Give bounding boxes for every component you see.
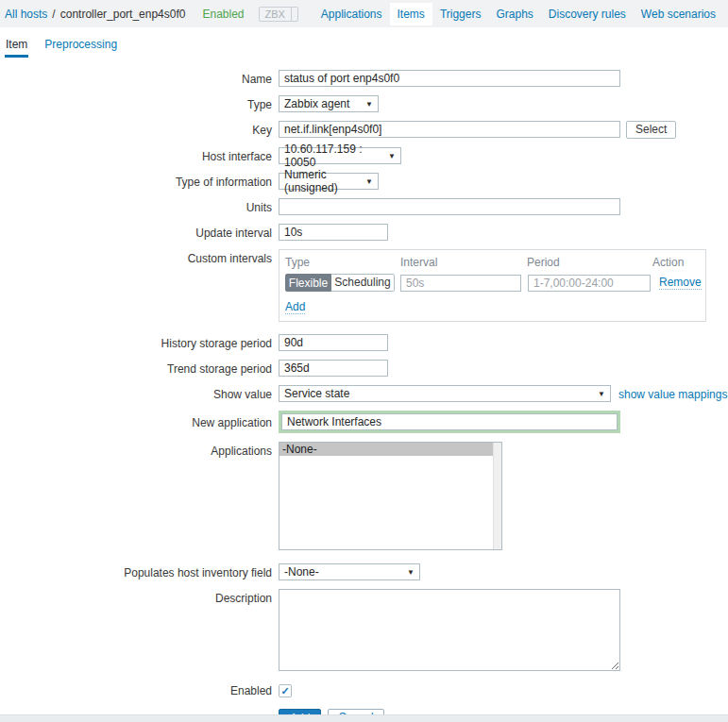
trend-input[interactable] [279, 360, 388, 377]
ci-col-type: Type [285, 256, 400, 269]
update-interval-label: Update interval [0, 224, 279, 240]
show-value-select-value: Service state [284, 387, 349, 400]
name-row: Name [0, 70, 728, 87]
breadcrumb-all-hosts-link[interactable]: All hosts [5, 8, 47, 21]
interval-type-segmented-control: Flexible Scheduling [285, 274, 395, 292]
add-interval-link[interactable]: Add [285, 300, 305, 314]
chevron-down-icon: ▼ [407, 568, 415, 577]
key-row: Key Select [0, 121, 728, 139]
ci-col-interval: Interval [400, 256, 527, 269]
name-label: Name [0, 70, 279, 86]
inventory-label: Populates host inventory field [0, 563, 279, 579]
history-input[interactable] [279, 334, 388, 351]
ci-col-action: Action [652, 256, 684, 269]
show-value-row: Show value Service state ▼ show value ma… [0, 385, 728, 402]
show-value-select[interactable]: Service state ▼ [279, 385, 611, 402]
item-form: Name Type Zabbix agent ▼ Key Select Host… [0, 58, 728, 722]
checkmark-icon: ✓ [280, 685, 289, 697]
enabled-label: Enabled [0, 683, 279, 697]
custom-intervals-row: Custom intervals Type Interval Period Ac… [0, 249, 728, 322]
nav-discovery-rules[interactable]: Discovery rules [541, 3, 634, 25]
type-of-information-label: Type of information [0, 173, 279, 189]
applications-listbox[interactable]: -None- [279, 442, 502, 550]
description-row: Description [0, 589, 728, 671]
show-value-mappings-link[interactable]: show value mappings [618, 385, 727, 401]
trend-row: Trend storage period [0, 360, 728, 377]
breadcrumb-separator: / [52, 8, 55, 21]
inventory-select-value: -None- [284, 565, 319, 579]
units-input[interactable] [279, 198, 620, 215]
interval-input[interactable] [400, 275, 521, 292]
chevron-down-icon: ▼ [598, 390, 605, 398]
units-row: Units [0, 198, 728, 215]
ci-col-period: Period [527, 256, 652, 269]
custom-interval-entry: Flexible Scheduling Remove [285, 274, 700, 292]
applications-option-none[interactable]: -None- [279, 443, 493, 456]
chevron-down-icon: ▼ [388, 152, 396, 160]
snmp-availability-badge: SNMP [291, 8, 298, 21]
tab-item[interactable]: Item [5, 36, 28, 58]
enabled-row: Enabled ✓ [0, 683, 728, 697]
show-value-label: Show value [0, 385, 279, 401]
type-of-information-select-value: Numeric (unsigned) [284, 168, 356, 194]
flexible-toggle-button[interactable]: Flexible [285, 274, 331, 292]
update-interval-row: Update interval [0, 224, 728, 241]
history-row: History storage period [0, 334, 728, 351]
nav-items[interactable]: Items [390, 3, 432, 25]
new-application-input[interactable] [281, 413, 618, 430]
key-input[interactable] [279, 121, 620, 138]
inventory-select[interactable]: -None- ▼ [279, 563, 420, 580]
host-interface-select-value: 10.60.117.159 : 10050 [284, 143, 379, 169]
host-interface-row: Host interface 10.60.117.159 : 10050 ▼ [0, 147, 728, 164]
name-input[interactable] [279, 70, 620, 87]
host-config-nav: Applications Items Triggers Graphs Disco… [313, 3, 723, 25]
new-application-highlight [279, 411, 620, 433]
tab-preprocessing[interactable]: Preprocessing [43, 36, 118, 58]
actions-spacer [0, 709, 279, 712]
update-interval-input[interactable] [279, 224, 388, 241]
interface-availability-badges: ZBX SNMP JMX IPMI [259, 7, 298, 22]
host-status-badge: Enabled [202, 8, 244, 21]
type-of-information-row: Type of information Numeric (unsigned) ▼ [0, 173, 728, 190]
host-interface-select[interactable]: 10.60.117.159 : 10050 ▼ [279, 147, 401, 164]
type-row: Type Zabbix agent ▼ [0, 95, 728, 112]
history-label: History storage period [0, 334, 279, 350]
host-navigation-bar: All hosts / controller_port_enp4s0f0 Ena… [0, 0, 728, 27]
custom-intervals-box: Type Interval Period Action Flexible Sch… [279, 249, 706, 322]
chevron-down-icon: ▼ [365, 177, 373, 186]
key-label: Key [0, 121, 279, 137]
inventory-row: Populates host inventory field -None- ▼ [0, 563, 728, 580]
item-form-tabs: Item Preprocessing [0, 27, 728, 58]
nav-web-scenarios[interactable]: Web scenarios [634, 3, 723, 25]
nav-applications[interactable]: Applications [313, 3, 390, 25]
remove-interval-link[interactable]: Remove [659, 276, 702, 290]
footer-strip [0, 714, 728, 722]
description-label: Description [0, 589, 279, 605]
description-textarea[interactable] [279, 589, 620, 671]
new-application-row: New application [0, 411, 728, 433]
custom-intervals-header: Type Interval Period Action [285, 256, 700, 269]
type-select-value: Zabbix agent [284, 97, 349, 110]
enabled-checkbox[interactable]: ✓ [279, 684, 292, 697]
host-interface-label: Host interface [0, 147, 279, 163]
scheduling-toggle-button[interactable]: Scheduling [331, 274, 395, 292]
zbx-availability-badge: ZBX [260, 8, 291, 21]
period-input[interactable] [528, 275, 651, 292]
new-application-label: New application [0, 411, 279, 429]
type-select[interactable]: Zabbix agent ▼ [279, 95, 379, 112]
applications-label: Applications [0, 442, 279, 458]
applications-row: Applications -None- [0, 442, 728, 550]
custom-intervals-label: Custom intervals [0, 249, 279, 265]
breadcrumb-host-name[interactable]: controller_port_enp4s0f0 [60, 8, 186, 21]
units-label: Units [0, 198, 279, 214]
type-label: Type [0, 95, 279, 111]
trend-label: Trend storage period [0, 360, 279, 376]
type-of-information-select[interactable]: Numeric (unsigned) ▼ [279, 173, 379, 190]
nav-graphs[interactable]: Graphs [488, 3, 540, 25]
chevron-down-icon: ▼ [365, 100, 373, 109]
key-select-button[interactable]: Select [626, 121, 676, 139]
listbox-scrollbar[interactable] [493, 443, 501, 549]
nav-triggers[interactable]: Triggers [432, 3, 489, 25]
